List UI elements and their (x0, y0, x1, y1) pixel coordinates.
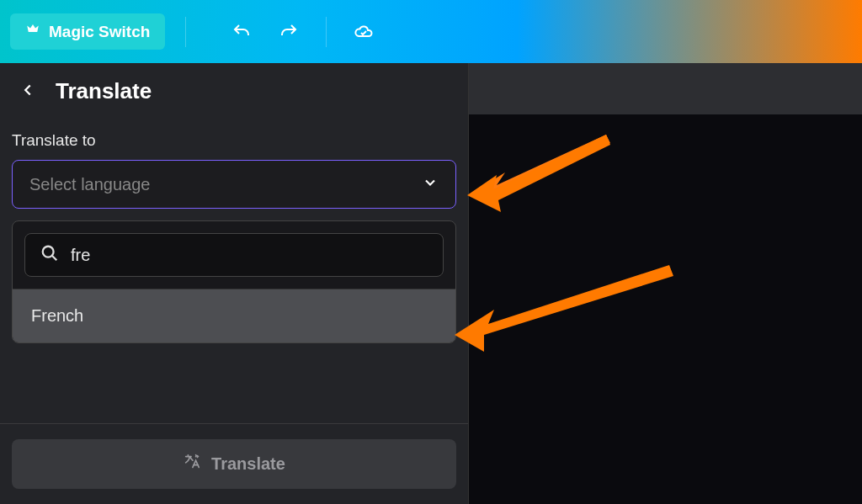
search-row (13, 221, 455, 289)
translate-button-label: Translate (211, 454, 285, 474)
panel-title: Translate (56, 78, 152, 104)
canvas-toolbar (469, 63, 862, 114)
crown-icon (25, 22, 40, 41)
toolbar-icons (231, 17, 374, 47)
back-button[interactable] (19, 81, 37, 103)
divider (185, 17, 186, 47)
chevron-down-icon (422, 174, 439, 194)
undo-button[interactable] (231, 22, 252, 42)
panel-body: Translate to Select language French (0, 116, 468, 343)
select-placeholder: Select language (29, 175, 150, 194)
translate-to-label: Translate to (12, 131, 456, 150)
translate-button[interactable]: Translate (12, 439, 456, 489)
language-search-input[interactable] (71, 246, 428, 265)
magic-switch-label: Magic Switch (49, 23, 150, 41)
divider (326, 17, 327, 47)
panel-footer: Translate (0, 423, 468, 489)
cloud-sync-icon[interactable] (354, 22, 374, 42)
language-dropdown: French (12, 220, 456, 343)
panel-header: Translate (0, 63, 468, 116)
canvas-area[interactable] (469, 63, 862, 504)
search-icon (40, 244, 59, 266)
svg-point-0 (43, 247, 54, 257)
magic-switch-button[interactable]: Magic Switch (10, 13, 165, 50)
content-area: Translate Translate to Select language (0, 63, 862, 504)
translate-icon (183, 453, 201, 475)
search-box[interactable] (24, 233, 444, 277)
svg-line-1 (52, 256, 57, 261)
language-option-french[interactable]: French (13, 289, 455, 342)
translate-side-panel: Translate Translate to Select language (0, 63, 469, 504)
language-select[interactable]: Select language (12, 160, 456, 209)
redo-button[interactable] (279, 22, 299, 42)
app-top-bar: Magic Switch (0, 0, 862, 63)
